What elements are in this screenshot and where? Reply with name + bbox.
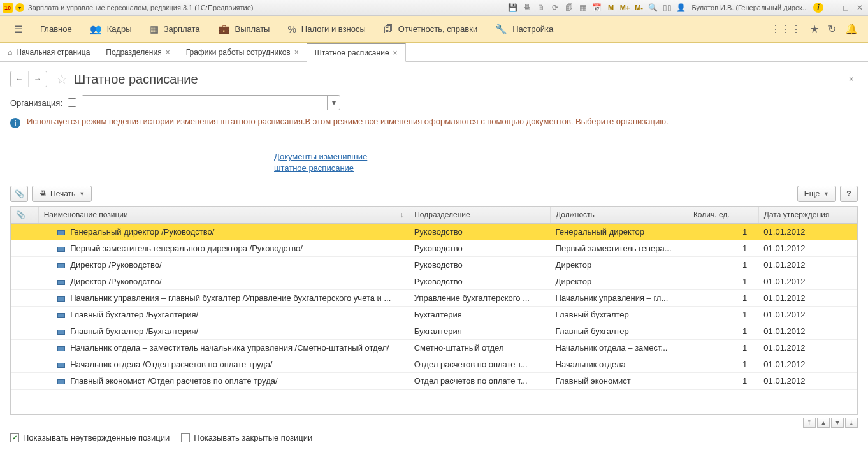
scroll-top-icon[interactable]: ⤒ [803,418,816,428]
record-icon [57,363,65,368]
page-header: ← → ☆ Штатное расписание × [0,62,868,92]
sort-down-icon: ↓ [400,210,403,219]
tab-label: Штатное расписание [315,48,389,57]
maximize-icon[interactable]: ◻ [840,2,851,13]
close-icon[interactable]: × [294,48,299,57]
col-date[interactable]: Дата утверждения [758,207,857,224]
filter-row: Организация: ▾ [0,92,868,117]
scroll-up-icon[interactable]: ▲ [817,418,830,428]
col-role[interactable]: Должность [551,207,688,224]
menu-salary[interactable]: ▦Зарплата [141,16,209,42]
record-icon [57,313,65,318]
scroll-down-icon[interactable]: ▼ [831,418,844,428]
col-qty[interactable]: Колич. ед. [688,207,758,224]
nav-buttons: ← → [10,71,47,87]
back-button[interactable]: ← [11,71,29,87]
mminus-icon[interactable]: M- [633,2,645,13]
print-icon[interactable]: 🖶 [521,2,533,13]
record-icon [57,346,65,351]
home-icon: ⌂ [8,48,12,57]
star-icon[interactable]: ★ [810,23,819,35]
refresh-icon[interactable]: ⟳ [549,2,561,13]
menu-settings[interactable]: 🔧Настройка [486,16,562,42]
staffing-table: 📎 Наименование позиции↓ Подразделение До… [11,207,857,390]
table-row[interactable]: Начальник отдела – заместитель начальник… [11,340,857,356]
tab-staffing[interactable]: Штатное расписание× [307,43,406,62]
minimize-icon[interactable]: — [826,2,837,13]
checkbox-icon [181,433,190,442]
show-unapproved-checkbox[interactable]: ✔Показывать неутвержденные позиции [10,433,170,442]
menu-payments[interactable]: 💼Выплаты [209,16,279,42]
tab-label: Начальная страница [16,48,90,57]
print-button[interactable]: 🖶 Печать▼ [32,186,92,202]
bell-icon[interactable]: 🔔 [845,23,858,35]
tab-schedules[interactable]: Графики работы сотрудников× [178,43,307,61]
menu-reports[interactable]: 🗐Отчетность, справки [375,16,486,42]
doc-link[interactable]: штатное расписание [274,163,868,174]
menu-label: Выплаты [235,24,270,34]
table-row[interactable]: Генеральный директор /Руководство/Руково… [11,224,857,240]
more-button[interactable]: Еще▼ [797,186,836,202]
briefcase-icon: 💼 [218,24,230,35]
tabs-bar: ⌂Начальная страница Подразделения× Графи… [0,43,868,62]
table-row[interactable]: Первый заместитель генерального директор… [11,240,857,257]
table-icon: ▦ [150,24,159,35]
table-row[interactable]: Главный бухгалтер /Бухгалтерия/Бухгалтер… [11,307,857,323]
save-icon[interactable]: 💾 [507,2,519,13]
table-row[interactable]: Директор /Руководство/РуководствоДиректо… [11,257,857,273]
checkbox-checked-icon: ✔ [10,433,19,442]
chevron-down-icon[interactable]: ▾ [327,96,340,110]
user-label[interactable]: Булатов И.В. (Генеральный дирек... [690,4,811,11]
people-icon: 👥 [90,24,102,35]
titlebar: 1c ▾ Зарплата и управление персоналом, р… [0,0,868,16]
menu-burger[interactable]: ☰ [5,16,31,42]
layout-icon[interactable]: ▯▯ [662,2,673,13]
close-icon[interactable]: × [393,48,398,57]
calc-icon[interactable]: ▦ [577,2,589,13]
calendar-icon[interactable]: 📅 [591,2,603,13]
favorite-star-icon[interactable]: ☆ [56,71,68,87]
forward-button[interactable]: → [29,71,47,87]
apps-icon[interactable]: ⋮⋮⋮ [770,23,801,35]
org-checkbox[interactable] [68,98,76,107]
doc-link[interactable]: Документы изменившие [274,151,868,163]
col-dept[interactable]: Подразделение [409,207,551,224]
close-window-icon[interactable]: ✕ [854,2,865,13]
info-circle-icon: i [10,118,20,128]
org-combo[interactable]: ▾ [82,95,340,110]
tab-departments[interactable]: Подразделения× [98,43,178,61]
close-page-icon[interactable]: × [849,74,858,84]
scroll-bottom-icon[interactable]: ⤓ [845,418,858,428]
copy-icon[interactable]: 🗐 [563,2,575,13]
table-row[interactable]: Директор /Руководство/РуководствоДиректо… [11,273,857,290]
record-icon [57,263,65,268]
mplus-icon[interactable]: M+ [619,2,631,13]
history-icon[interactable]: ↻ [828,23,836,35]
table-row[interactable]: Главный экономист /Отдел расчетов по опл… [11,373,857,390]
doc-icon[interactable]: 🗎 [535,2,547,13]
menu-taxes[interactable]: %Налоги и взносы [278,16,374,42]
titlebar-dropdown-icon[interactable]: ▾ [15,3,24,12]
table-row[interactable]: Главный бухгалтер /Бухгалтерия/Бухгалтер… [11,323,857,340]
page-title: Штатное расписание [74,72,198,87]
info-icon[interactable]: i [813,3,823,13]
menu-label: Настройка [512,24,553,34]
table-toolbar: 📎 🖶 Печать▼ Еще▼ ? [0,183,868,205]
col-name[interactable]: Наименование позиции↓ [38,207,409,224]
menu-main[interactable]: Главное [31,16,81,42]
attach-button[interactable]: 📎 [10,186,28,202]
show-closed-checkbox[interactable]: Показывать закрытые позиции [181,433,312,442]
close-icon[interactable]: × [166,48,170,57]
wrench-icon: 🔧 [495,24,507,35]
org-label: Организация: [10,98,62,108]
org-input[interactable] [82,96,327,110]
tab-home[interactable]: ⌂Начальная страница [0,43,98,61]
table-row[interactable]: Начальник управления – главный бухгалтер… [11,290,857,307]
bottom-row: ✔Показывать неутвержденные позиции Показ… [0,429,868,446]
zoom-icon[interactable]: 🔍 [647,2,659,13]
help-button[interactable]: ? [840,186,858,202]
col-attach[interactable]: 📎 [11,207,38,224]
menu-hr[interactable]: 👥Кадры [81,16,141,42]
table-row[interactable]: Начальник отдела /Отдел расчетов по опла… [11,356,857,373]
m-icon[interactable]: M [605,2,617,13]
